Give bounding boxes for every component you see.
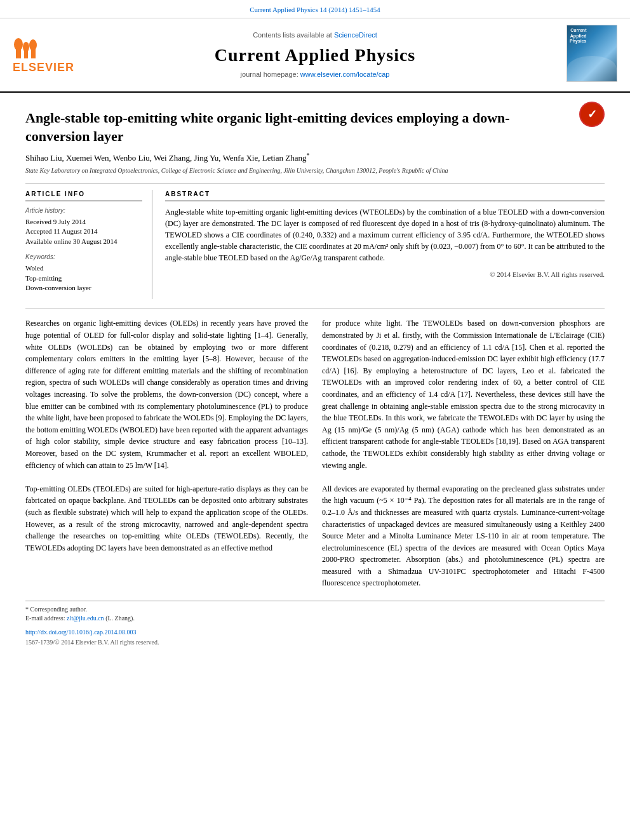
body-col-left: Researches on organic light-emitting dev… <box>25 317 308 594</box>
elsevier-logo: ELSEVIER <box>13 34 89 76</box>
top-bar: Current Applied Physics 14 (2014) 1451–1… <box>0 0 630 18</box>
abstract-section: ABSTRACT Angle-stable white top-emitting… <box>165 190 605 299</box>
elsevier-tree-icon <box>13 34 44 60</box>
keywords-label: Keywords: <box>25 253 142 262</box>
journal-header-center: Contents lists available at ScienceDirec… <box>89 30 541 80</box>
authors: Shihao Liu, Xuemei Wen, Wenbo Liu, Wei Z… <box>25 151 605 164</box>
main-content: ✓ Angle-stable top-emitting white organi… <box>0 93 630 653</box>
history-label: Article history: <box>25 206 142 215</box>
body-col1-text: Researches on organic light-emitting dev… <box>25 317 308 554</box>
svg-point-1 <box>14 38 23 51</box>
sciencedirect-link[interactable]: ScienceDirect <box>334 31 377 39</box>
title-area: ✓ Angle-stable top-emitting white organi… <box>25 99 605 150</box>
journal-thumbnail: Current Applied Physics <box>566 25 617 82</box>
accepted-date: Accepted 11 August 2014 <box>25 227 142 236</box>
elsevier-wordmark: ELSEVIER <box>13 60 74 76</box>
journal-thumb-text: Current Applied Physics <box>570 28 586 44</box>
article-info-heading: ARTICLE INFO <box>25 190 142 201</box>
crossmark-area: ✓ <box>579 102 605 127</box>
body-columns: Researches on organic light-emitting dev… <box>25 317 605 594</box>
doi-link[interactable]: http://dx.doi.org/10.1016/j.cap.2014.08.… <box>25 629 137 636</box>
journal-header: ELSEVIER Contents lists available at Sci… <box>0 18 630 93</box>
article-title: Angle-stable top-emitting white organic … <box>25 109 605 145</box>
keyword-top-emitting: Top-emitting <box>25 274 142 283</box>
received-date: Received 9 July 2014 <box>25 217 142 227</box>
journal-ref-link[interactable]: Current Applied Physics 14 (2014) 1451–1… <box>250 6 380 13</box>
abstract-text: Angle-stable white top-emitting organic … <box>165 206 605 263</box>
footnote-area: * Corresponding author. E-mail address: … <box>25 601 605 647</box>
affiliation: State Key Laboratory on Integrated Optoe… <box>25 166 605 175</box>
journal-title: Current Applied Physics <box>89 43 541 67</box>
footnote-email: E-mail address: zlt@jlu.edu.cn (L. Zhang… <box>25 614 605 623</box>
footnote-corresponding: * Corresponding author. <box>25 605 605 614</box>
elsevier-logo-area: ELSEVIER <box>13 34 89 76</box>
crossmark-icon: ✓ <box>579 102 605 127</box>
svg-text:✓: ✓ <box>587 108 597 121</box>
body-col2-text: for produce white light. The TEWOLEDs ba… <box>322 317 605 589</box>
body-col-right: for produce white light. The TEWOLEDs ba… <box>322 317 605 594</box>
abstract-heading: ABSTRACT <box>165 190 605 201</box>
journal-homepage: journal homepage: www.elsevier.com/locat… <box>89 70 541 79</box>
article-history: Article history: Received 9 July 2014 Ac… <box>25 206 142 246</box>
article-info: ARTICLE INFO Article history: Received 9… <box>25 190 152 299</box>
journal-thumb-area: Current Applied Physics <box>541 25 617 85</box>
doi-line: http://dx.doi.org/10.1016/j.cap.2014.08.… <box>25 628 605 637</box>
svg-point-3 <box>23 42 29 52</box>
svg-point-5 <box>29 39 37 51</box>
keyword-dc-layer: Down-conversion layer <box>25 283 142 293</box>
issn-line: 1567-1739/© 2014 Elsevier B.V. All right… <box>25 638 605 647</box>
homepage-link[interactable]: www.elsevier.com/locate/cap <box>300 70 390 78</box>
contents-line: Contents lists available at ScienceDirec… <box>89 30 541 40</box>
email-link[interactable]: zlt@jlu.edu.cn <box>67 615 104 622</box>
journal-thumb-decoration <box>567 56 617 81</box>
keyword-woled: Woled <box>25 263 142 273</box>
keywords-section: Keywords: Woled Top-emitting Down-conver… <box>25 253 142 293</box>
section-divider <box>25 308 605 309</box>
available-date: Available online 30 August 2014 <box>25 237 142 246</box>
article-body: ARTICLE INFO Article history: Received 9… <box>25 183 605 299</box>
copyright: © 2014 Elsevier B.V. All rights reserved… <box>165 270 605 279</box>
